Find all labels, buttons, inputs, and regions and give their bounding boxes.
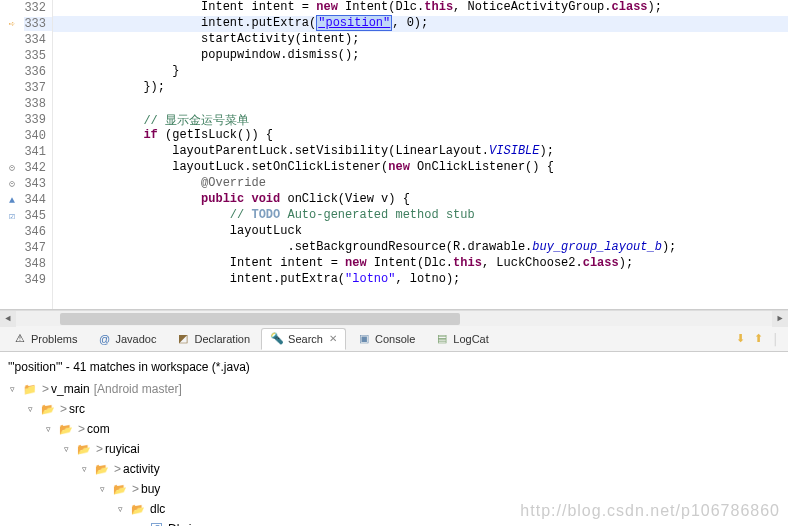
line-number: 339 bbox=[24, 113, 52, 127]
line-number: 337 bbox=[24, 81, 52, 95]
twisty-open-icon[interactable]: ▿ bbox=[42, 423, 54, 435]
tree-com[interactable]: ▿ 📂 >com bbox=[42, 420, 782, 438]
javadoc-icon: @ bbox=[97, 332, 111, 346]
tree-dlc[interactable]: ▿ 📂 dlc bbox=[114, 500, 782, 518]
code-line[interactable]: .setBackgroundResource(R.drawable.buy_gr… bbox=[53, 240, 788, 256]
line-number: 333 bbox=[24, 17, 52, 31]
folder-icon: 📂 bbox=[40, 401, 56, 417]
node-extra: [Android master] bbox=[94, 382, 182, 396]
line-number: 346 bbox=[24, 225, 52, 239]
tab-declaration[interactable]: ◩ Declaration bbox=[167, 328, 259, 350]
node-label: >com bbox=[78, 422, 110, 436]
next-match-icon[interactable]: ⬇ bbox=[732, 331, 748, 347]
folder-icon: 📂 bbox=[58, 421, 74, 437]
tab-search[interactable]: 🔦 Search ✕ bbox=[261, 328, 346, 350]
tree-activity[interactable]: ▿ 📂 >activity bbox=[78, 460, 782, 478]
tab-logcat[interactable]: ▤ LogCat bbox=[426, 328, 497, 350]
project-icon: 📁 bbox=[22, 381, 38, 397]
line-number: 340 bbox=[24, 129, 52, 143]
tab-label: Declaration bbox=[194, 333, 250, 345]
tree-project[interactable]: ▿ 📁 >v_main [Android master] bbox=[6, 380, 782, 398]
tab-label: Console bbox=[375, 333, 415, 345]
code-line[interactable]: layoutLuck.setOnClickListener(new OnClic… bbox=[53, 160, 788, 176]
code-line[interactable]: Intent intent = new Intent(Dlc.this, Luc… bbox=[53, 256, 788, 272]
line-number: 336 bbox=[24, 65, 52, 79]
editor-gutter: 332➪333334335336337338339340341⊝342⊝343▲… bbox=[0, 0, 53, 309]
views-tab-bar: ⚠ Problems @ Javadoc ◩ Declaration 🔦 Sea… bbox=[0, 326, 788, 352]
code-line[interactable]: if (getIsLuck()) { bbox=[53, 128, 788, 144]
tab-problems[interactable]: ⚠ Problems bbox=[4, 328, 86, 350]
folder-icon: 📂 bbox=[76, 441, 92, 457]
twisty-open-icon[interactable]: ▿ bbox=[6, 383, 18, 395]
folder-icon: 📂 bbox=[112, 481, 128, 497]
line-number: 344 bbox=[24, 193, 52, 207]
tree-src[interactable]: ▿ 📂 >src bbox=[24, 400, 782, 418]
tab-console[interactable]: ▣ Console bbox=[348, 328, 424, 350]
code-area[interactable]: Intent intent = new Intent(Dlc.this, Not… bbox=[53, 0, 788, 309]
tree-ruyicai[interactable]: ▿ 📂 >ruyicai bbox=[60, 440, 782, 458]
twisty-open-icon[interactable]: ▿ bbox=[96, 483, 108, 495]
code-line[interactable]: // TODO Auto-generated method stub bbox=[53, 208, 788, 224]
code-line[interactable] bbox=[53, 96, 788, 112]
java-file-icon: 🄹 bbox=[148, 521, 164, 526]
code-line[interactable]: layoutLuck bbox=[53, 224, 788, 240]
search-icon: 🔦 bbox=[270, 332, 284, 346]
search-results-pane: '"position"' - 41 matches in workspace (… bbox=[0, 352, 788, 526]
code-line[interactable]: intent.putExtra("lotno", lotno); bbox=[53, 272, 788, 288]
node-label: >activity bbox=[114, 462, 160, 476]
line-number: 342 bbox=[24, 161, 52, 175]
code-line[interactable]: } bbox=[53, 64, 788, 80]
code-line[interactable]: popupwindow.dismiss(); bbox=[53, 48, 788, 64]
declaration-icon: ◩ bbox=[176, 332, 190, 346]
scroll-left-arrow[interactable]: ◄ bbox=[0, 311, 16, 327]
tab-label: Javadoc bbox=[115, 333, 156, 345]
node-label: Dlc.java bbox=[168, 522, 211, 526]
line-number: 345 bbox=[24, 209, 52, 223]
node-label: dlc bbox=[150, 502, 165, 516]
code-editor: 332➪333334335336337338339340341⊝342⊝343▲… bbox=[0, 0, 788, 310]
search-tree: ▿ 📁 >v_main [Android master] ▿ 📂 >src bbox=[6, 380, 782, 526]
code-line[interactable]: startActivity(intent); bbox=[53, 32, 788, 48]
gutter-annotation: ☑ bbox=[0, 210, 24, 222]
line-number: 338 bbox=[24, 97, 52, 111]
node-label: >buy bbox=[132, 482, 160, 496]
line-number: 334 bbox=[24, 33, 52, 47]
line-number: 341 bbox=[24, 145, 52, 159]
console-icon: ▣ bbox=[357, 332, 371, 346]
node-label: >v_main bbox=[42, 382, 90, 396]
prev-match-icon[interactable]: ⬆ bbox=[750, 331, 766, 347]
code-line[interactable]: intent.putExtra("position", 0); bbox=[53, 16, 788, 32]
gutter-annotation: ⊝ bbox=[0, 178, 24, 190]
line-number: 332 bbox=[24, 1, 52, 15]
gutter-annotation: ⊝ bbox=[0, 162, 24, 174]
tab-label: LogCat bbox=[453, 333, 488, 345]
node-label: >ruyicai bbox=[96, 442, 140, 456]
code-line[interactable]: }); bbox=[53, 80, 788, 96]
tab-javadoc[interactable]: @ Javadoc bbox=[88, 328, 165, 350]
twisty-open-icon[interactable]: ▿ bbox=[60, 443, 72, 455]
menu-separator: │ bbox=[768, 331, 784, 347]
scroll-right-arrow[interactable]: ► bbox=[772, 311, 788, 327]
code-line[interactable]: public void onClick(View v) { bbox=[53, 192, 788, 208]
scroll-thumb[interactable] bbox=[60, 313, 460, 325]
horizontal-scrollbar[interactable]: ◄ ► bbox=[0, 310, 788, 326]
gutter-annotation: ➪ bbox=[0, 18, 24, 30]
tab-label: Search bbox=[288, 333, 323, 345]
tree-buy[interactable]: ▿ 📂 >buy bbox=[96, 480, 782, 498]
code-line[interactable]: @Override bbox=[53, 176, 788, 192]
close-icon[interactable]: ✕ bbox=[329, 333, 337, 344]
tab-label: Problems bbox=[31, 333, 77, 345]
logcat-icon: ▤ bbox=[435, 332, 449, 346]
twisty-open-icon[interactable]: ▿ bbox=[114, 503, 126, 515]
twisty-open-icon[interactable]: ▿ bbox=[24, 403, 36, 415]
line-number: 349 bbox=[24, 273, 52, 287]
folder-icon: 📂 bbox=[130, 501, 146, 517]
code-line[interactable]: Intent intent = new Intent(Dlc.this, Not… bbox=[53, 0, 788, 16]
code-line[interactable]: layoutParentLuck.setVisibility(LinearLay… bbox=[53, 144, 788, 160]
gutter-annotation: ▲ bbox=[0, 195, 24, 206]
twisty-open-icon[interactable]: ▿ bbox=[78, 463, 90, 475]
search-summary: '"position"' - 41 matches in workspace (… bbox=[8, 360, 780, 374]
tree-file[interactable]: ▿ 🄹 Dlc.java bbox=[132, 520, 782, 526]
line-number: 343 bbox=[24, 177, 52, 191]
code-line[interactable]: // 显示金运号菜单 bbox=[53, 112, 788, 128]
